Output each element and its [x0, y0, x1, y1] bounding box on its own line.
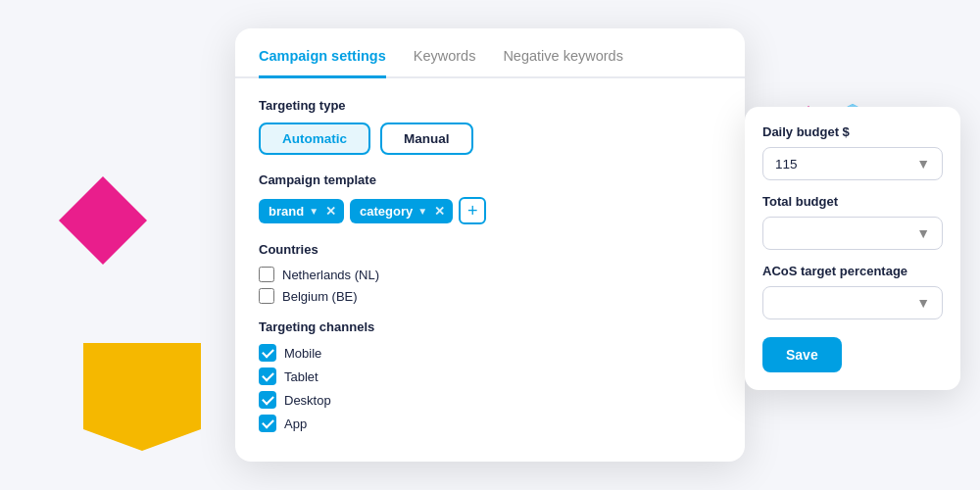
channel-app: App	[259, 415, 721, 432]
acos-chevron-icon: ▼	[916, 295, 930, 311]
checkbox-app[interactable]	[259, 415, 276, 432]
daily-budget-chevron-icon: ▼	[916, 156, 930, 172]
deco-yellow-shape	[83, 343, 201, 451]
tag-brand-chevron-icon: ▼	[309, 206, 318, 217]
tag-brand[interactable]: brand ▼ ✕	[259, 199, 344, 223]
targeting-type-row: Automatic Manual	[259, 122, 721, 155]
country-belgium-label: Belgium (BE)	[282, 289, 358, 304]
tab-keywords[interactable]: Keywords	[414, 48, 476, 78]
total-budget-label: Total budget	[762, 194, 943, 209]
channels-section: Targeting channels Mobile Tablet Desktop…	[259, 319, 721, 432]
targeting-channels-label: Targeting channels	[259, 319, 721, 334]
countries-label: Countries	[259, 242, 721, 257]
campaign-template-label: Campaign template	[259, 172, 721, 187]
tag-category-close-icon[interactable]: ✕	[434, 204, 445, 219]
countries-section: Countries Netherlands (NL) Belgium (BE)	[259, 242, 721, 304]
tab-campaign-settings[interactable]: Campaign settings	[259, 48, 386, 78]
country-belgium: Belgium (BE)	[259, 288, 721, 304]
daily-budget-value: 115	[775, 157, 798, 172]
checkbox-netherlands[interactable]	[259, 267, 274, 282]
right-panel: Daily budget $ 115 ▼ Total budget ▼ ACoS…	[745, 107, 960, 390]
daily-budget-label: Daily budget $	[762, 124, 943, 139]
tag-category-chevron-icon: ▼	[417, 206, 427, 217]
total-budget-dropdown[interactable]: ▼	[762, 217, 943, 250]
channel-tablet: Tablet	[259, 368, 721, 385]
acos-dropdown[interactable]: ▼	[762, 286, 943, 319]
channel-mobile-label: Mobile	[284, 346, 321, 361]
channel-app-label: App	[284, 416, 307, 431]
tag-category-text: category	[360, 204, 413, 219]
country-netherlands: Netherlands (NL)	[259, 267, 721, 282]
card-body: Targeting type Automatic Manual Campaign…	[235, 78, 745, 462]
daily-budget-dropdown[interactable]: 115 ▼	[762, 147, 943, 180]
tag-brand-text: brand	[269, 204, 304, 219]
targeting-type-label: Targeting type	[259, 98, 721, 113]
channel-tablet-label: Tablet	[284, 369, 318, 384]
checkbox-tablet[interactable]	[259, 368, 276, 385]
btn-automatic[interactable]: Automatic	[259, 122, 370, 155]
checkbox-mobile[interactable]	[259, 344, 276, 362]
tabs-bar: Campaign settings Keywords Negative keyw…	[235, 28, 745, 78]
total-budget-chevron-icon: ▼	[916, 225, 930, 241]
channel-desktop: Desktop	[259, 391, 721, 409]
btn-manual[interactable]: Manual	[380, 122, 473, 155]
template-row: brand ▼ ✕ category ▼ ✕ +	[259, 197, 721, 224]
main-card: Campaign settings Keywords Negative keyw…	[235, 28, 745, 462]
checkbox-belgium[interactable]	[259, 288, 274, 304]
add-tag-button[interactable]: +	[459, 197, 486, 224]
acos-label: ACoS target percentage	[762, 264, 943, 278]
save-button[interactable]: Save	[762, 337, 842, 372]
country-netherlands-label: Netherlands (NL)	[282, 268, 379, 282]
channel-desktop-label: Desktop	[284, 393, 331, 408]
tab-negative-keywords[interactable]: Negative keywords	[503, 48, 623, 78]
channel-mobile: Mobile	[259, 344, 721, 362]
tag-category[interactable]: category ▼ ✕	[350, 199, 453, 223]
tag-brand-close-icon[interactable]: ✕	[325, 204, 336, 219]
deco-magenta-diamond	[59, 176, 147, 265]
checkbox-desktop[interactable]	[259, 391, 276, 409]
